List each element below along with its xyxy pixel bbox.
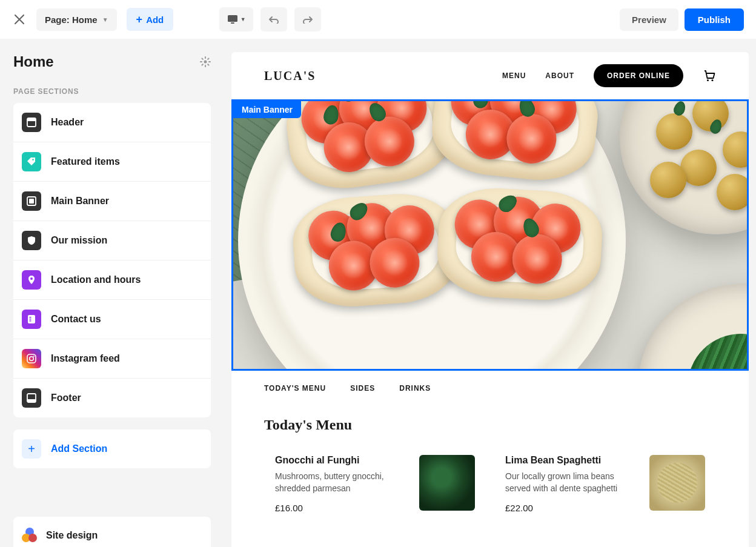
gear-icon [200, 56, 211, 67]
svg-point-19 [712, 79, 714, 81]
chevron-down-icon: ▼ [240, 16, 246, 22]
section-label: Instagram feed [51, 353, 120, 364]
svg-rect-4 [27, 118, 36, 121]
menu-section-title: Today's Menu [264, 417, 716, 433]
preview-button[interactable]: Preview [620, 8, 678, 31]
section-instagram-feed[interactable]: Instagram feed [13, 339, 211, 379]
item-image [649, 455, 705, 511]
section-label: Our mission [51, 235, 107, 246]
add-section-button[interactable]: + Add Section [13, 429, 211, 468]
menu-section: Today's Menu Gnocchi al Funghi Mushrooms… [231, 406, 749, 524]
desktop-icon [227, 15, 238, 24]
section-footer[interactable]: Footer [13, 379, 211, 417]
section-label: Contact us [51, 314, 101, 325]
page-selector-label: Page: Home [45, 15, 98, 25]
tag-icon [22, 152, 41, 171]
site-design-button[interactable]: Site design [13, 517, 211, 547]
publish-button[interactable]: Publish [685, 8, 744, 31]
add-section-label: Add Section [51, 443, 107, 454]
section-location-hours[interactable]: Location and hours [13, 260, 211, 300]
instagram-icon [22, 349, 41, 368]
order-online-button[interactable]: ORDER ONLINE [594, 64, 683, 87]
tab-todays-menu[interactable]: TODAY'S MENU [264, 384, 326, 393]
item-title: Gnocchi al Funghi [275, 455, 411, 466]
footer-icon [22, 388, 41, 408]
section-label: Header [51, 117, 84, 128]
svg-rect-11 [30, 319, 31, 320]
add-button[interactable]: + Add [127, 8, 174, 31]
settings-button[interactable] [200, 56, 211, 67]
redo-button[interactable] [294, 7, 321, 31]
sidebar-title: Home [13, 53, 54, 70]
editor-toolbar: Page: Home ▼ + Add ▼ Preview Publish [0, 0, 756, 39]
section-our-mission[interactable]: Our mission [13, 221, 211, 260]
plus-icon: + [22, 439, 41, 459]
close-icon [14, 14, 25, 25]
cart-button[interactable] [703, 69, 716, 82]
svg-point-18 [707, 79, 709, 81]
section-main-banner[interactable]: Main Banner [13, 182, 211, 221]
menu-item-card[interactable]: Gnocchi al Funghi Mushrooms, buttery gno… [264, 444, 486, 524]
banner-icon [22, 191, 41, 211]
svg-rect-0 [228, 15, 237, 22]
banner-image [233, 101, 747, 369]
item-title: Lima Bean Spaghetti [505, 455, 641, 466]
shield-icon [22, 231, 41, 250]
nav-menu[interactable]: MENU [502, 71, 526, 80]
close-button[interactable] [12, 12, 27, 27]
svg-point-2 [204, 61, 207, 64]
svg-rect-12 [30, 320, 31, 322]
sections-heading: PAGE SECTIONS [13, 87, 211, 96]
section-header[interactable]: Header [13, 103, 211, 142]
item-price: £22.00 [505, 503, 641, 513]
section-featured-items[interactable]: Featured items [13, 142, 211, 182]
palette-icon [22, 528, 38, 543]
cart-icon [703, 69, 716, 82]
section-label: Featured items [51, 156, 120, 167]
menu-item-card[interactable]: Lima Bean Spaghetti Our locally grown li… [494, 444, 716, 524]
nav-about[interactable]: ABOUT [545, 71, 574, 80]
toolbar-center: ▼ [219, 7, 321, 31]
device-viewport-button[interactable]: ▼ [219, 7, 253, 31]
page-selector[interactable]: Page: Home ▼ [36, 8, 117, 31]
section-label: Footer [51, 393, 81, 403]
menu-tabs: TODAY'S MENU SIDES DRINKS [231, 371, 749, 406]
item-image [419, 455, 475, 511]
svg-point-5 [32, 159, 34, 161]
header-icon [22, 113, 41, 132]
section-contact-us[interactable]: Contact us [13, 300, 211, 339]
tab-sides[interactable]: SIDES [350, 384, 375, 393]
svg-rect-13 [27, 354, 36, 363]
section-label: Location and hours [51, 274, 141, 285]
form-icon [22, 310, 41, 329]
tab-drinks[interactable]: DRINKS [399, 384, 431, 393]
main-banner[interactable]: Main Banner [231, 99, 749, 371]
svg-point-8 [30, 277, 33, 280]
site-preview[interactable]: LUCA'S MENU ABOUT ORDER ONLINE Main Bann… [231, 52, 749, 547]
add-button-label: Add [146, 15, 164, 25]
section-list: Header Featured items Main Banner Our mi… [13, 103, 211, 417]
pin-icon [22, 270, 41, 290]
site-nav: LUCA'S MENU ABOUT ORDER ONLINE [231, 52, 749, 99]
undo-button[interactable] [260, 7, 287, 31]
svg-point-14 [30, 357, 34, 361]
svg-point-15 [33, 356, 35, 357]
plus-icon: + [136, 14, 143, 25]
svg-rect-10 [30, 317, 31, 318]
section-label: Main Banner [51, 196, 109, 207]
redo-icon [302, 15, 313, 24]
site-design-label: Site design [46, 530, 98, 541]
banner-selection-tag: Main Banner [233, 101, 301, 118]
svg-rect-1 [231, 22, 234, 24]
svg-rect-17 [27, 399, 36, 402]
svg-rect-9 [28, 315, 35, 323]
chevron-down-icon: ▼ [102, 16, 108, 23]
toolbar-right: Preview Publish [620, 8, 744, 31]
item-price: £16.00 [275, 503, 411, 513]
svg-rect-7 [29, 199, 34, 204]
item-desc: Mushrooms, buttery gnocchi, shredded par… [275, 471, 411, 494]
item-desc: Our locally grown lima beans served with… [505, 471, 641, 494]
site-logo[interactable]: LUCA'S [264, 69, 316, 83]
undo-icon [268, 15, 279, 24]
sidebar: Home PAGE SECTIONS Header Featured items [0, 39, 224, 547]
